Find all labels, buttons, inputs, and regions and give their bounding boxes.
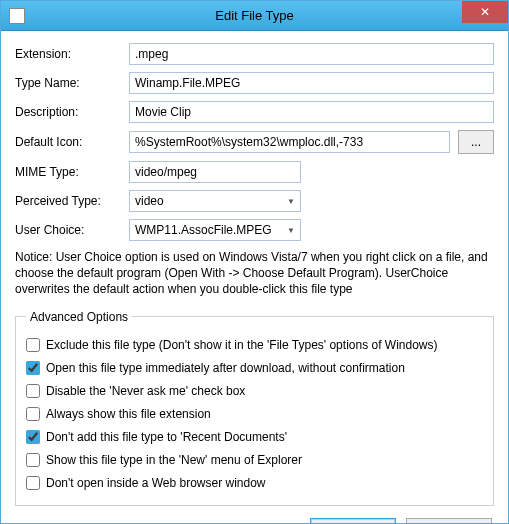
advanced-options-group: Advanced Options Exclude this file type … <box>15 310 494 506</box>
ok-button[interactable]: OK <box>310 518 396 524</box>
opt-open-immediately-label: Open this file type immediately after do… <box>46 361 405 375</box>
mimetype-label: MIME Type: <box>15 165 129 179</box>
titlebar: Edit File Type ✕ <box>1 1 508 31</box>
opt-no-web-browser-checkbox[interactable] <box>26 476 40 490</box>
close-icon: ✕ <box>480 5 490 19</box>
defaulticon-label: Default Icon: <box>15 135 129 149</box>
opt-no-recent-docs: Don't add this file type to 'Recent Docu… <box>26 430 483 444</box>
opt-open-immediately: Open this file type immediately after do… <box>26 361 483 375</box>
description-input[interactable] <box>129 101 494 123</box>
defaulticon-input[interactable] <box>129 131 450 153</box>
opt-always-show-ext: Always show this file extension <box>26 407 483 421</box>
perceived-select[interactable] <box>129 190 301 212</box>
opt-always-show-ext-label: Always show this file extension <box>46 407 211 421</box>
button-row: OK Cancel <box>15 518 494 524</box>
typename-label: Type Name: <box>15 76 129 90</box>
perceived-label: Perceived Type: <box>15 194 129 208</box>
mimetype-input[interactable] <box>129 161 301 183</box>
cancel-button[interactable]: Cancel <box>406 518 492 524</box>
opt-show-in-new-label: Show this file type in the 'New' menu of… <box>46 453 302 467</box>
opt-no-web-browser-label: Don't open inside a Web browser window <box>46 476 266 490</box>
opt-disable-never-ask-checkbox[interactable] <box>26 384 40 398</box>
opt-exclude-checkbox[interactable] <box>26 338 40 352</box>
opt-always-show-ext-checkbox[interactable] <box>26 407 40 421</box>
opt-disable-never-ask-label: Disable the 'Never ask me' check box <box>46 384 245 398</box>
description-label: Description: <box>15 105 129 119</box>
opt-no-web-browser: Don't open inside a Web browser window <box>26 476 483 490</box>
ellipsis-icon: ... <box>471 135 481 149</box>
opt-show-in-new: Show this file type in the 'New' menu of… <box>26 453 483 467</box>
opt-exclude: Exclude this file type (Don't show it in… <box>26 338 483 352</box>
userchoice-select[interactable] <box>129 219 301 241</box>
browse-icon-button[interactable]: ... <box>458 130 494 154</box>
notice-text: Notice: User Choice option is used on Wi… <box>15 249 494 298</box>
extension-input[interactable] <box>129 43 494 65</box>
opt-no-recent-docs-label: Don't add this file type to 'Recent Docu… <box>46 430 287 444</box>
window-title: Edit File Type <box>1 8 508 23</box>
opt-exclude-label: Exclude this file type (Don't show it in… <box>46 338 438 352</box>
extension-label: Extension: <box>15 47 129 61</box>
advanced-legend: Advanced Options <box>26 310 132 324</box>
userchoice-label: User Choice: <box>15 223 129 237</box>
opt-disable-never-ask: Disable the 'Never ask me' check box <box>26 384 483 398</box>
close-button[interactable]: ✕ <box>462 1 508 23</box>
opt-open-immediately-checkbox[interactable] <box>26 361 40 375</box>
opt-no-recent-docs-checkbox[interactable] <box>26 430 40 444</box>
content-area: Extension: Type Name: Description: Defau… <box>1 31 508 524</box>
typename-input[interactable] <box>129 72 494 94</box>
opt-show-in-new-checkbox[interactable] <box>26 453 40 467</box>
